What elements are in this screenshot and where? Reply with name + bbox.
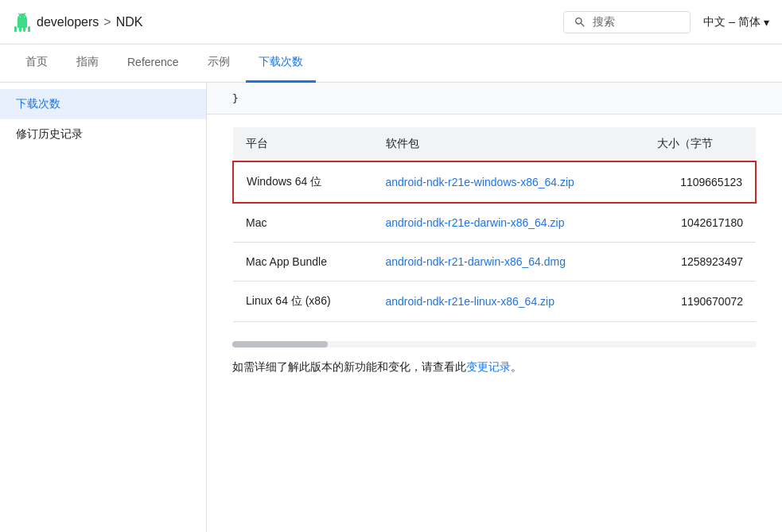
footer-text-after: 。 — [511, 360, 522, 373]
size-cell: 1109665123 — [644, 161, 756, 203]
section-label: NDK — [116, 15, 143, 29]
tab-samples[interactable]: 示例 — [195, 45, 243, 83]
footer-text-before: 如需详细了解此版本的新功能和变化，请查看此 — [232, 360, 466, 373]
language-selector[interactable]: 中文 – 简体 ▾ — [703, 15, 769, 29]
nav-tabs: 首页 指南 Reference 示例 下载次数 — [0, 45, 782, 83]
platform-cell: Mac App Bundle — [233, 243, 373, 282]
package-cell[interactable]: android-ndk-r21-darwin-x86_64.dmg — [373, 243, 644, 282]
code-line: } — [232, 92, 239, 104]
download-link-windows[interactable]: android-ndk-r21e-windows-x86_64.zip — [386, 176, 574, 188]
package-cell[interactable]: android-ndk-r21e-darwin-x86_64.zip — [373, 203, 644, 243]
breadcrumb-sep: > — [103, 15, 111, 29]
size-cell: 1190670072 — [644, 282, 756, 322]
search-icon — [574, 16, 586, 29]
col-platform: 平台 — [233, 127, 373, 161]
package-cell[interactable]: android-ndk-r21e-linux-x86_64.zip — [373, 282, 644, 322]
horizontal-scrollbar[interactable] — [232, 341, 757, 348]
footer-text: 如需详细了解此版本的新功能和变化，请查看此变更记录。 — [232, 360, 757, 375]
size-cell: 1258923497 — [644, 243, 756, 282]
table-row: Windows 64 位 android-ndk-r21e-windows-x8… — [233, 161, 756, 203]
sidebar: 下载次数 修订历史记录 — [0, 83, 207, 532]
changelog-link[interactable]: 变更记录 — [466, 360, 511, 373]
android-icon — [13, 13, 32, 32]
sidebar-item-revision-history[interactable]: 修订历史记录 — [0, 119, 206, 150]
sidebar-item-downloads[interactable]: 下载次数 — [0, 89, 206, 119]
table-row: Mac android-ndk-r21e-darwin-x86_64.zip 1… — [233, 203, 756, 243]
package-cell[interactable]: android-ndk-r21e-windows-x86_64.zip — [373, 161, 644, 203]
platform-cell: Linux 64 位 (x86) — [233, 282, 373, 322]
table-row: Mac App Bundle android-ndk-r21-darwin-x8… — [233, 243, 756, 282]
code-block: } — [207, 83, 782, 115]
platform-cell: Mac — [233, 203, 373, 243]
language-label: 中文 – 简体 — [703, 15, 761, 29]
table-row: Linux 64 位 (x86) android-ndk-r21e-linux-… — [233, 282, 756, 322]
topbar: developers > NDK 搜索 中文 – 简体 ▾ — [0, 0, 782, 45]
size-cell: 1042617180 — [644, 203, 756, 243]
search-bar[interactable]: 搜索 — [563, 11, 691, 33]
chevron-down-icon: ▾ — [764, 16, 769, 29]
tab-guide[interactable]: 指南 — [64, 45, 111, 83]
col-size: 大小（字节 — [644, 127, 756, 161]
download-link-mac-bundle[interactable]: android-ndk-r21-darwin-x86_64.dmg — [386, 255, 566, 268]
download-link-linux[interactable]: android-ndk-r21e-linux-x86_64.zip — [386, 295, 554, 308]
tab-downloads[interactable]: 下载次数 — [246, 45, 316, 83]
brand-text: developers — [37, 15, 99, 29]
main-layout: 下载次数 修订历史记录 } 平台 软件包 大小（字节 — [0, 83, 782, 532]
search-placeholder: 搜索 — [593, 15, 615, 29]
scrollbar-thumb[interactable] — [232, 341, 328, 348]
brand-logo[interactable]: developers — [13, 13, 99, 32]
download-link-mac[interactable]: android-ndk-r21e-darwin-x86_64.zip — [386, 216, 565, 229]
download-table: 平台 软件包 大小（字节 Windows 64 位 android-ndk-r2… — [232, 127, 757, 322]
table-header-row: 平台 软件包 大小（字节 — [233, 127, 756, 161]
download-section: 平台 软件包 大小（字节 Windows 64 位 android-ndk-r2… — [207, 115, 782, 400]
platform-cell: Windows 64 位 — [233, 161, 373, 203]
tab-reference[interactable]: Reference — [115, 45, 192, 83]
col-package: 软件包 — [373, 127, 644, 161]
tab-home[interactable]: 首页 — [13, 45, 60, 83]
main-content: } 平台 软件包 大小（字节 Windows 64 位 — [207, 83, 782, 532]
